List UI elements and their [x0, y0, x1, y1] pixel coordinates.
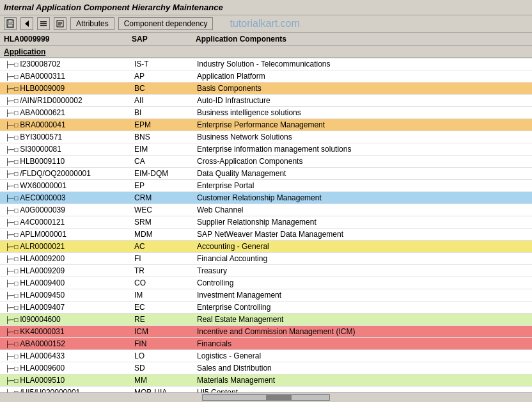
- row-id: /FLDQ/OQ20000001: [20, 169, 91, 178]
- table-row[interactable]: ├─□HLA0009400COControlling: [0, 277, 532, 289]
- table-row[interactable]: ├─□HLA0006433LOLogistics - General: [0, 350, 532, 362]
- row-id-cell: ├─□HLA0009209: [4, 266, 132, 275]
- col-code-header: [132, 47, 196, 56]
- table-row[interactable]: ├─□A4C0000121SRMSupplier Relationship Ma…: [0, 216, 532, 229]
- row-id: AEC0000003: [20, 193, 65, 202]
- row-id: HLA0009209: [20, 266, 65, 275]
- row-code: RE: [132, 314, 196, 325]
- table-row[interactable]: ├─□/FLDQ/OQ20000001EIM-DQMData Quality M…: [0, 168, 532, 180]
- tree-expand-icon[interactable]: ├─□: [5, 109, 18, 117]
- scrollbar-thumb[interactable]: [266, 395, 292, 400]
- col-desc-header: [196, 47, 528, 56]
- row-id-cell: ├─□ABA0000621: [4, 108, 132, 117]
- table-row[interactable]: ├─□A0G0000039WECWeb Channel: [0, 204, 532, 216]
- row-id-cell: ├─□HLA0009400: [4, 278, 132, 287]
- table-row[interactable]: ├─□WX60000001EPEnterprise Portal: [0, 180, 532, 192]
- table-row[interactable]: ├─□BRA0000041EPMEnterprise Performance M…: [0, 119, 532, 131]
- table-row[interactable]: ├─□HLA0009600SDSales and Distribution: [0, 362, 532, 374]
- save-icon[interactable]: [4, 17, 17, 30]
- window-title: Internal Application Component Hierarchy…: [4, 3, 223, 12]
- row-description: Application Platform: [196, 72, 528, 81]
- row-code: ICM: [132, 326, 196, 337]
- row-code: EIM: [132, 144, 196, 154]
- tree-expand-icon[interactable]: ├─□: [5, 73, 18, 80]
- header-id: HLA0009999: [4, 35, 132, 44]
- table-row[interactable]: ├─□ALR0000021ACAccounting - General: [0, 241, 532, 253]
- tree-expand-icon[interactable]: ├─□: [5, 61, 18, 68]
- tree-expand-icon[interactable]: ├─□: [5, 377, 18, 384]
- tree-expand-icon[interactable]: ├─□: [5, 341, 18, 348]
- back-icon[interactable]: [20, 17, 33, 30]
- horizontal-scrollbar[interactable]: [202, 394, 330, 401]
- row-description: Basis Components: [196, 84, 528, 93]
- table-row[interactable]: ├─□HLB0009110CACross-Application Compone…: [0, 156, 532, 168]
- tree-expand-icon[interactable]: ├─□: [5, 207, 18, 214]
- row-code: FI: [132, 253, 196, 264]
- tree-expand-icon[interactable]: ├─□: [5, 353, 18, 360]
- tree-expand-icon[interactable]: ├─□: [5, 304, 18, 311]
- table-row[interactable]: ├─□ABA0000311APApplication Platform: [0, 70, 532, 83]
- row-code: EC: [132, 302, 196, 312]
- table-row[interactable]: ├─□APLM000001MDMSAP NetWeaver Master Dat…: [0, 229, 532, 241]
- tree-expand-icon[interactable]: ├─□: [5, 146, 18, 153]
- component-dependency-button[interactable]: Component dependency: [118, 17, 214, 30]
- table-row[interactable]: ├─□HLA0009450IMInvestment Management: [0, 289, 532, 302]
- row-code: SRM: [132, 217, 196, 227]
- table-row[interactable]: ├─□BYI3000571BNSBusiness Network Solutio…: [0, 131, 532, 143]
- table-row[interactable]: ├─□SI30000081EIMEnterprise information m…: [0, 143, 532, 156]
- row-description: Supplier Relationship Management: [196, 218, 528, 227]
- tree-expand-icon[interactable]: ├─□: [5, 268, 18, 275]
- row-description: Enterprise Portal: [196, 181, 528, 190]
- row-id: HLB0009009: [20, 84, 65, 93]
- table-row[interactable]: ├─□/UI5/U020000001MOB-UIAUI5 Content: [0, 387, 532, 392]
- tree-expand-icon[interactable]: ├─□: [5, 280, 18, 287]
- table-row[interactable]: ├─□ABA0000152FINFinancials: [0, 338, 532, 350]
- row-code: AII: [132, 95, 196, 106]
- row-id-cell: ├─□/AIN/R1D0000002: [4, 96, 132, 105]
- table-row[interactable]: ├─□HLB0009009BCBasis Components: [0, 83, 532, 95]
- table-row[interactable]: ├─□ABA0000621BIBusiness intelligence sol…: [0, 107, 532, 119]
- table-row[interactable]: ├─□HLA0009200FIFinancial Accounting: [0, 253, 532, 265]
- tree-expand-icon[interactable]: ├─□: [5, 219, 18, 226]
- table-row[interactable]: ├─□I090004600REReal Estate Management: [0, 314, 532, 326]
- row-code: AC: [132, 241, 196, 252]
- row-description: UI5 Content: [196, 388, 528, 392]
- tree-expand-icon[interactable]: ├─□: [5, 328, 18, 335]
- row-code: BI: [132, 108, 196, 118]
- tree-expand-icon[interactable]: ├─□: [5, 316, 18, 323]
- table-row[interactable]: ├─□HLA0009209TRTreasury: [0, 265, 532, 277]
- row-id-cell: ├─□ABA0000152: [4, 339, 132, 348]
- row-id-cell: ├─□APLM000001: [4, 230, 132, 239]
- row-id: HLA0009600: [20, 364, 65, 373]
- tree-expand-icon[interactable]: ├─□: [5, 85, 18, 92]
- tree-expand-icon[interactable]: ├─□: [5, 243, 18, 250]
- tree-expand-icon[interactable]: ├─□: [5, 158, 18, 165]
- table-row[interactable]: ├─□KK40000031ICMIncentive and Commission…: [0, 326, 532, 338]
- table-row[interactable]: ├─□HLA0009510MMMaterials Management: [0, 374, 532, 387]
- row-code: TR: [132, 266, 196, 276]
- tree-expand-icon[interactable]: ├─□: [5, 365, 18, 372]
- tree-expand-icon[interactable]: ├─□: [5, 231, 18, 238]
- row-id-cell: ├─□HLA0009450: [4, 291, 132, 300]
- table-row[interactable]: ├─□HLA0009407ECEnterprise Controlling: [0, 302, 532, 314]
- row-description: Customer Relationship Management: [196, 193, 528, 202]
- tree-expand-icon[interactable]: ├─□: [5, 97, 18, 104]
- tree-expand-icon[interactable]: ├─□: [5, 170, 18, 177]
- tree-expand-icon[interactable]: ├─□: [5, 122, 18, 129]
- bottom-scrollbar[interactable]: [0, 392, 532, 402]
- tree-expand-icon[interactable]: ├─□: [5, 195, 18, 202]
- table-row[interactable]: ├─□/AIN/R1D0000002AIIAuto-ID Infrastruct…: [0, 95, 532, 107]
- tree-expand-icon[interactable]: ├─□: [5, 182, 18, 189]
- table-row[interactable]: ├─□AEC0000003CRMCustomer Relationship Ma…: [0, 192, 532, 204]
- table-row[interactable]: ├─□I230008702IS-TIndustry Solution - Tel…: [0, 58, 532, 70]
- attributes-icon[interactable]: [54, 17, 66, 30]
- tree-expand-icon[interactable]: ├─□: [5, 255, 18, 262]
- attributes-button[interactable]: Attributes: [70, 17, 114, 30]
- tree-expand-icon[interactable]: ├─□: [5, 134, 18, 141]
- row-id-cell: ├─□HLA0006433: [4, 351, 132, 360]
- row-description: Materials Management: [196, 376, 528, 385]
- row-id: HLA0009200: [20, 254, 65, 263]
- tree-expand-icon[interactable]: ├─□: [5, 292, 18, 299]
- tree-icon[interactable]: [37, 17, 50, 30]
- row-description: Controlling: [196, 278, 528, 287]
